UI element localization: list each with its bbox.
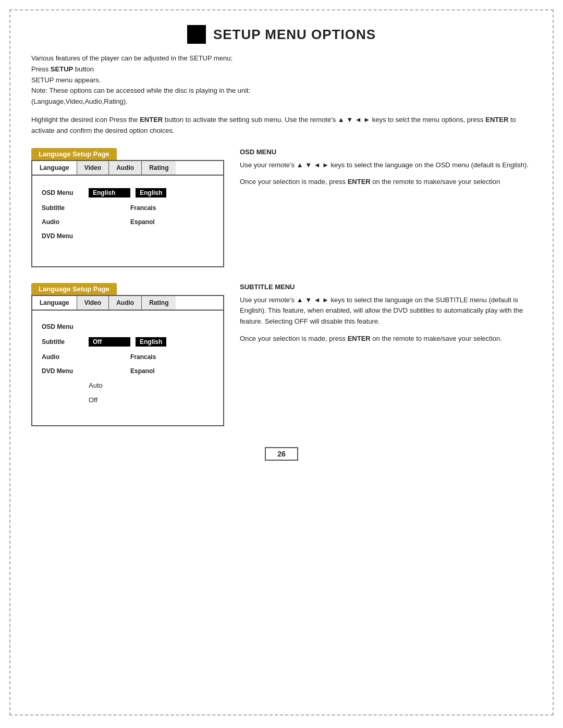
intro-line-1: Various features of the player can be ad… bbox=[31, 54, 232, 62]
intro-line-3: SETUP menu appears. bbox=[31, 76, 101, 84]
tab-rating-2[interactable]: Rating bbox=[142, 296, 176, 310]
osd-side-text1: Use your remote's ▲ ▼ ◄ ► keys to select… bbox=[240, 160, 532, 171]
section2-label: Language Setup Page bbox=[31, 283, 117, 295]
menu-row-osd-2: OSD Menu bbox=[42, 323, 214, 330]
subtitle-side-title: SUBTITLE MENU bbox=[240, 283, 532, 291]
section2-menu-body: OSD Menu Subtitle Off English Audio Fran… bbox=[32, 311, 223, 425]
menu-row-subtitle-1: Subtitle Francais bbox=[42, 204, 214, 212]
section1-menu-box: Language Video Audio Rating OSD Menu Eng… bbox=[31, 160, 224, 267]
menu-row-dvd-2: DVD Menu Espanol bbox=[42, 367, 214, 375]
audio-val2-1: Espanol bbox=[130, 218, 155, 226]
section2-tabs: Language Video Audio Rating bbox=[32, 296, 223, 311]
intro-line-4: Note: These options can be accessed whil… bbox=[31, 87, 250, 94]
osd-side-title: OSD MENU bbox=[240, 148, 532, 156]
page-container: SETUP MENU OPTIONS Various features of t… bbox=[9, 9, 554, 715]
osd-menu-val2: English bbox=[136, 188, 166, 198]
subtitle-label-1: Subtitle bbox=[42, 204, 89, 212]
section1-menu-body: OSD Menu English English Subtitle Franca… bbox=[32, 176, 223, 266]
subtitle-val1-2: Off bbox=[89, 337, 130, 347]
submenu-auto-label: Auto bbox=[89, 381, 103, 389]
section2-menu-box: Language Video Audio Rating OSD Menu Sub… bbox=[31, 295, 224, 426]
audio-label-1: Audio bbox=[42, 218, 89, 226]
section-osd-right: OSD MENU Use your remote's ▲ ▼ ◄ ► keys … bbox=[240, 148, 532, 194]
submenu-options: Auto Off bbox=[42, 381, 214, 404]
tab-audio-2[interactable]: Audio bbox=[109, 296, 142, 310]
page-title-row: SETUP MENU OPTIONS bbox=[31, 25, 532, 44]
highlight-para: Highlight the desired icon Press the ENT… bbox=[31, 115, 532, 137]
tab-video-1[interactable]: Video bbox=[77, 161, 109, 175]
subtitle-val2-1: Francais bbox=[130, 204, 156, 212]
subtitle-side-text2: Once your selection is made, press ENTER… bbox=[240, 334, 532, 344]
dvd-label-2: DVD Menu bbox=[42, 367, 89, 375]
section-subtitle-left: Language Setup Page Language Video Audio… bbox=[31, 283, 224, 426]
menu-row-dvd-1: DVD Menu bbox=[42, 232, 214, 240]
menu-row-osd: OSD Menu English English bbox=[42, 188, 214, 198]
intro-line-5: (Language,Video,Audio,Rating). bbox=[31, 97, 128, 105]
tab-rating-1[interactable]: Rating bbox=[142, 161, 176, 175]
page-number: 26 bbox=[265, 447, 298, 461]
audio-val2-2: Francais bbox=[130, 353, 156, 361]
section-subtitle-right: SUBTITLE MENU Use your remote's ▲ ▼ ◄ ► … bbox=[240, 283, 532, 351]
tab-language-2[interactable]: Language bbox=[32, 296, 77, 310]
menu-row-audio-2: Audio Francais bbox=[42, 353, 214, 361]
section1-tabs: Language Video Audio Rating bbox=[32, 161, 223, 176]
section-osd-left: Language Setup Page Language Video Audio… bbox=[31, 148, 224, 267]
menu-row-audio-1: Audio Espanol bbox=[42, 218, 214, 226]
dvd-val2-2: Espanol bbox=[130, 367, 155, 375]
section-subtitle: Language Setup Page Language Video Audio… bbox=[31, 283, 532, 426]
subtitle-label-2: Subtitle bbox=[42, 338, 89, 346]
tab-language-1[interactable]: Language bbox=[32, 161, 77, 175]
section-osd: Language Setup Page Language Video Audio… bbox=[31, 148, 532, 267]
osd-side-text2: Once your selection is made, press ENTER… bbox=[240, 177, 532, 188]
submenu-off-label: Off bbox=[89, 396, 97, 404]
page-number-bar: 26 bbox=[31, 447, 532, 461]
osd-menu-val1: English bbox=[89, 188, 130, 198]
audio-label-2: Audio bbox=[42, 353, 89, 361]
tab-video-2[interactable]: Video bbox=[77, 296, 109, 310]
subtitle-val2-2: English bbox=[136, 337, 166, 347]
osd-menu-label: OSD Menu bbox=[42, 189, 89, 196]
page-title: SETUP MENU OPTIONS bbox=[213, 27, 376, 43]
menu-row-subtitle-2: Subtitle Off English bbox=[42, 337, 214, 347]
dvd-label-1: DVD Menu bbox=[42, 232, 89, 240]
submenu-off: Off bbox=[42, 396, 214, 404]
osd-label-2: OSD Menu bbox=[42, 323, 89, 330]
submenu-auto: Auto bbox=[42, 381, 214, 389]
subtitle-side-text1: Use your remote's ▲ ▼ ◄ ► keys to select… bbox=[240, 295, 532, 327]
tab-audio-1[interactable]: Audio bbox=[109, 161, 142, 175]
section1-label: Language Setup Page bbox=[31, 148, 117, 160]
title-black-box bbox=[187, 25, 206, 44]
intro-block: Various features of the player can be ad… bbox=[31, 53, 532, 107]
setup-bold: SETUP bbox=[51, 65, 73, 73]
